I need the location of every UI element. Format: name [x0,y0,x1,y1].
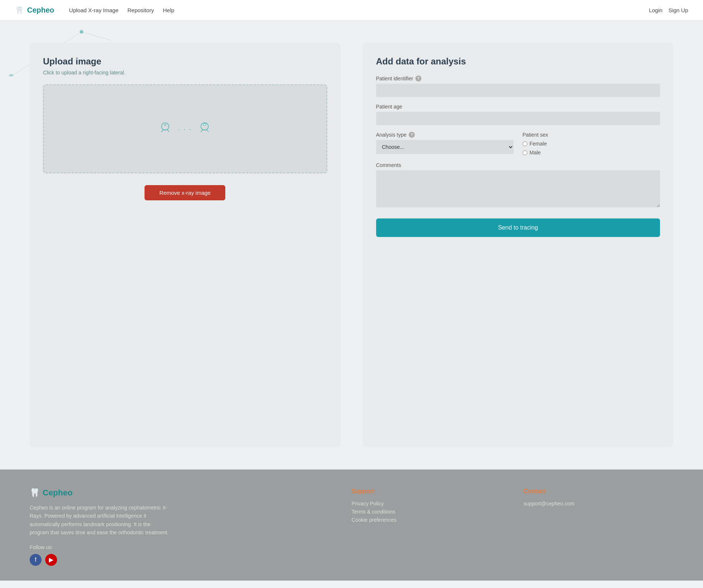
sex-radio-group: Female Male [523,141,660,156]
patient-sex-group: Patient sex Female Male [523,132,660,156]
terms-conditions-link[interactable]: Terms & conditions [352,509,501,515]
repository-link[interactable]: Repository [127,7,154,13]
cookie-preferences-link[interactable]: Cookie preferences [352,517,501,523]
footer-brand-title: 🦷 Cepheo [30,488,329,498]
social-icons-group: f ▶ [30,554,329,566]
remove-xray-button[interactable]: Remove x-ray image [145,185,225,200]
footer-brand-name: Cepheo [43,488,73,498]
navigation: 🦷 Cepheo Upload X-ray Image Repository H… [0,0,703,21]
contact-title: Contact [524,488,673,495]
analysis-type-label: Analysis type ? [376,132,514,138]
svg-point-24 [165,124,166,126]
login-link[interactable]: Login [649,7,663,13]
female-radio-label[interactable]: Female [523,141,660,147]
female-radio[interactable] [523,141,527,146]
footer-tooth-icon: 🦷 [30,488,40,498]
facebook-icon[interactable]: f [30,554,42,566]
svg-point-0 [80,30,83,34]
upload-xray-link[interactable]: Upload X-ray Image [69,7,118,13]
patient-identifier-group: Patient identifier ? [376,76,660,97]
dots-separator-icon: · · · [178,125,192,133]
head-left-icon [158,121,174,137]
upload-title: Upload image [43,56,327,67]
comments-label: Comments [376,162,660,168]
analysis-type-group: Analysis type ? Choose... Ricketts Stein… [376,132,514,156]
follow-us-text: Follow us: [30,544,329,550]
nav-auth: Login Sign Up [649,7,688,13]
footer-description: Cepheo is an online program for analyzin… [30,504,170,537]
patient-age-input[interactable] [376,112,660,125]
upload-card: Upload image Click to upload a right-fac… [30,43,341,447]
main-content: Upload image Click to upload a right-fac… [0,21,703,470]
contact-email: support@cepheo.com [524,501,673,507]
youtube-icon[interactable]: ▶ [45,554,57,566]
patient-age-label: Patient age [376,104,660,110]
signup-link[interactable]: Sign Up [669,7,688,13]
brand-logo[interactable]: 🦷 Cepheo [15,6,54,15]
footer-contact-section: Contact support@cepheo.com [524,488,673,566]
analysis-card: Add data for analysis Patient identifier… [363,43,674,447]
comments-group: Comments [376,162,660,209]
send-to-tracing-button[interactable]: Send to tracing [376,218,660,237]
upload-dropzone[interactable]: · · · [43,84,327,173]
upload-icon-group: · · · [158,121,212,137]
footer: 🦷 Cepheo Cepheo is an online program for… [0,470,703,581]
upload-subtitle: Click to upload a right-facing lateral. [43,70,327,76]
patient-age-group: Patient age [376,104,660,125]
male-radio-label[interactable]: Male [523,150,660,156]
head-right-icon [196,121,212,137]
nav-links: Upload X-ray Image Repository Help [69,7,649,13]
svg-point-4 [9,74,13,76]
footer-support-section: Support Privacy Policy Terms & condition… [352,488,501,566]
help-link[interactable]: Help [163,7,174,13]
patient-identifier-input[interactable] [376,84,660,97]
brand-name: Cepheo [27,6,54,14]
type-sex-row: Analysis type ? Choose... Ricketts Stein… [376,132,660,162]
support-title: Support [352,488,501,495]
analysis-type-select[interactable]: Choose... Ricketts Steiner Cephalometric… [376,140,514,154]
analysis-title: Add data for analysis [376,56,660,67]
analysis-type-help-icon[interactable]: ? [409,132,415,138]
patient-identifier-label: Patient identifier ? [376,76,660,81]
brand-tooth-icon: 🦷 [15,6,24,15]
male-radio[interactable] [523,150,527,155]
patient-identifier-help-icon[interactable]: ? [415,76,421,81]
privacy-policy-link[interactable]: Privacy Policy [352,501,501,507]
footer-brand-section: 🦷 Cepheo Cepheo is an online program for… [30,488,329,566]
patient-sex-label: Patient sex [523,132,660,138]
comments-input[interactable] [376,170,660,207]
